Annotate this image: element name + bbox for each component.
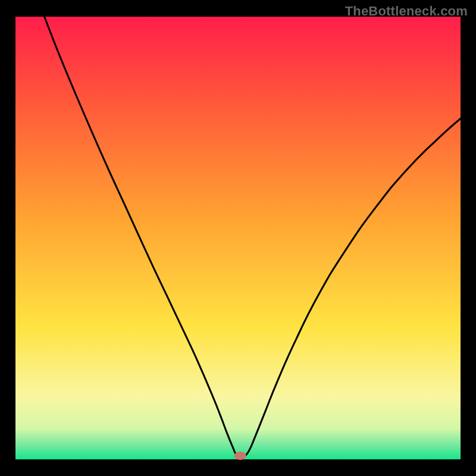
gradient-background (15, 17, 461, 459)
chart-frame: { "watermark": "TheBottleneck.com", "cha… (0, 0, 476, 476)
optimum-marker (234, 452, 246, 460)
watermark-text: TheBottleneck.com (345, 4, 468, 19)
bottleneck-chart (0, 0, 476, 476)
